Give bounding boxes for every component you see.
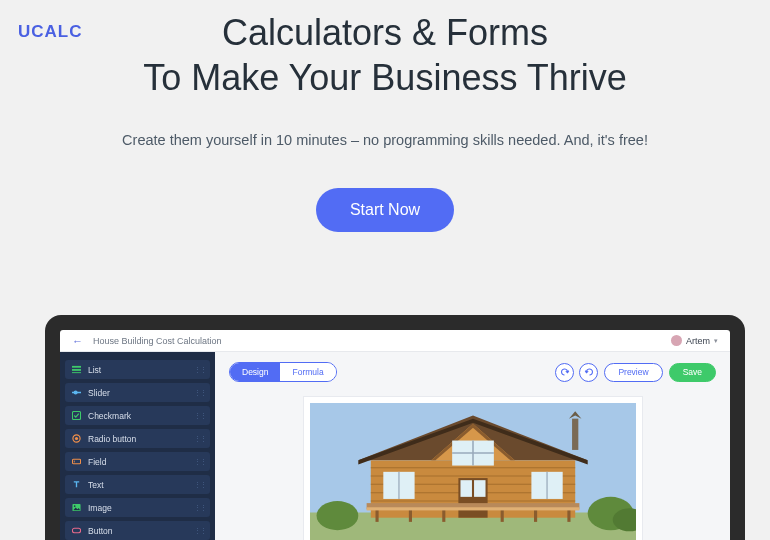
undo-icon: [560, 367, 570, 377]
sidebar-item-label: Radio button: [88, 434, 136, 444]
sidebar-item-text[interactable]: Text ⋮⋮: [65, 475, 210, 494]
back-arrow-icon[interactable]: ←: [72, 335, 83, 347]
sidebar-item-button[interactable]: Button ⋮⋮: [65, 521, 210, 540]
editor-toolbar: Design Formula Preview Save: [229, 362, 716, 382]
sidebar-item-label: Text: [88, 480, 104, 490]
laptop-frame: ← House Building Cost Calculation Artem …: [45, 315, 745, 540]
drag-grip-icon: ⋮⋮: [194, 481, 206, 489]
app-topbar: ← House Building Cost Calculation Artem …: [60, 330, 730, 352]
drag-grip-icon: ⋮⋮: [194, 504, 206, 512]
breadcrumb[interactable]: House Building Cost Calculation: [93, 336, 671, 346]
svg-point-7: [75, 437, 78, 440]
hero-title-line2: To Make Your Business Thrive: [143, 57, 627, 98]
drag-grip-icon: ⋮⋮: [194, 435, 206, 443]
list-icon: [72, 365, 81, 374]
svg-rect-0: [72, 366, 81, 368]
sidebar-item-label: Button: [88, 526, 113, 536]
image-icon: [72, 503, 81, 512]
sidebar-item-label: Slider: [88, 388, 110, 398]
start-now-button[interactable]: Start Now: [316, 188, 454, 232]
sidebar-item-label: Field: [88, 457, 106, 467]
radio-icon: [72, 434, 81, 443]
redo-icon: [584, 367, 594, 377]
undo-button[interactable]: [555, 363, 574, 382]
sidebar-item-list[interactable]: List ⋮⋮: [65, 360, 210, 379]
preview-button[interactable]: Preview: [604, 363, 662, 382]
svg-rect-36: [460, 480, 471, 497]
svg-rect-45: [366, 507, 579, 510]
hero-subtitle: Create them yourself in 10 minutes – no …: [0, 132, 770, 148]
workspace: List ⋮⋮ Slider ⋮⋮ Checkmark ⋮⋮ Radio but…: [60, 352, 730, 540]
save-button[interactable]: Save: [669, 363, 716, 382]
svg-point-11: [74, 505, 76, 507]
sidebar-item-checkmark[interactable]: Checkmark ⋮⋮: [65, 406, 210, 425]
button-icon: [72, 526, 81, 535]
drag-grip-icon: ⋮⋮: [194, 458, 206, 466]
sidebar-item-image[interactable]: Image ⋮⋮: [65, 498, 210, 517]
svg-rect-12: [72, 528, 80, 533]
element-palette: List ⋮⋮ Slider ⋮⋮ Checkmark ⋮⋮ Radio but…: [60, 352, 215, 540]
drag-grip-icon: ⋮⋮: [194, 527, 206, 535]
hero: Calculators & Forms To Make Your Busines…: [0, 0, 770, 232]
house-image: [310, 403, 636, 540]
drag-grip-icon: ⋮⋮: [194, 366, 206, 374]
brand-logo[interactable]: uCalc: [18, 22, 83, 42]
field-icon: [72, 457, 81, 466]
svg-rect-15: [572, 419, 578, 450]
sidebar-item-label: Checkmark: [88, 411, 131, 421]
sidebar-item-slider[interactable]: Slider ⋮⋮: [65, 383, 210, 402]
hero-title: Calculators & Forms To Make Your Busines…: [0, 10, 770, 100]
drag-grip-icon: ⋮⋮: [194, 389, 206, 397]
sidebar-item-radio[interactable]: Radio button ⋮⋮: [65, 429, 210, 448]
hero-title-line1: Calculators & Forms: [222, 12, 548, 53]
app-screen: ← House Building Cost Calculation Artem …: [60, 330, 730, 540]
editor-main: Design Formula Preview Save: [215, 352, 730, 540]
svg-point-4: [74, 390, 78, 394]
avatar[interactable]: [671, 335, 682, 346]
checkmark-icon: [72, 411, 81, 420]
mode-tabs: Design Formula: [229, 362, 337, 382]
tab-design[interactable]: Design: [230, 363, 280, 381]
svg-rect-8: [72, 459, 80, 464]
svg-rect-37: [474, 480, 485, 497]
user-name-label[interactable]: Artem: [686, 336, 710, 346]
redo-button[interactable]: [579, 363, 598, 382]
tab-formula[interactable]: Formula: [280, 363, 335, 381]
svg-rect-2: [72, 372, 81, 373]
sidebar-item-field[interactable]: Field ⋮⋮: [65, 452, 210, 471]
slider-icon: [72, 388, 81, 397]
chevron-down-icon[interactable]: ▾: [714, 337, 718, 345]
form-canvas[interactable]: [303, 396, 643, 540]
drag-grip-icon: ⋮⋮: [194, 412, 206, 420]
sidebar-item-label: List: [88, 365, 101, 375]
svg-rect-1: [72, 369, 81, 371]
text-icon: [72, 480, 81, 489]
svg-point-46: [316, 501, 358, 530]
sidebar-item-label: Image: [88, 503, 112, 513]
